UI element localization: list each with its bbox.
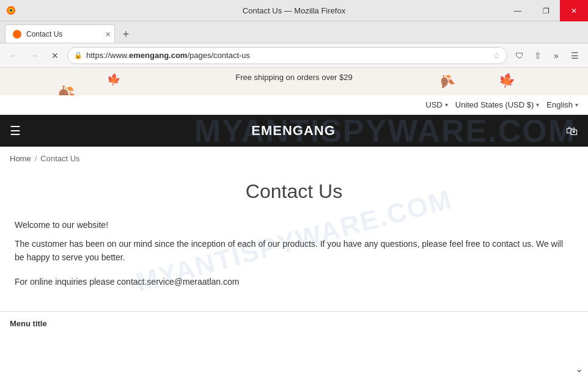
address-url: https://www.emengang.com/pages/contact-u… xyxy=(86,51,489,60)
active-tab[interactable]: Contact Us × xyxy=(5,24,115,43)
nav-right-icons: 🛡 ⇧ » ☰ xyxy=(511,47,583,64)
svg-point-2 xyxy=(10,9,12,12)
footer-menu-title: Menu title xyxy=(0,311,588,331)
banner-text: Free shipping on orders over $29 xyxy=(235,73,353,82)
close-button[interactable]: ✕ xyxy=(560,0,588,21)
main-navigation: ☰ EMENGANG 🛍 MYANTISPYWARE.COM xyxy=(0,115,588,147)
page-title: Contact Us xyxy=(15,180,573,203)
shield-icon[interactable]: 🛡 xyxy=(511,47,528,64)
region-selector[interactable]: United States (USD $) ▾ xyxy=(455,100,540,109)
titlebar-title: Contact Us — Mozilla Firefox xyxy=(243,6,345,15)
leaf-decoration-2: 🍁 xyxy=(106,71,121,87)
leaf-decoration-4: 🍁 xyxy=(496,71,516,90)
currency-selector[interactable]: USD ▾ xyxy=(425,100,447,109)
browser-navbar: ← → ✕ 🔒 https://www.emengang.com/pages/c… xyxy=(0,43,588,68)
leaf-decoration-3: 🍂 xyxy=(436,71,457,91)
address-bar[interactable]: 🔒 https://www.emengang.com/pages/contact… xyxy=(67,47,507,64)
language-selector[interactable]: English ▾ xyxy=(546,100,578,109)
reload-button[interactable]: ✕ xyxy=(46,47,64,64)
browser-tabbar: Contact Us × + ⌄ xyxy=(0,21,588,43)
minimize-button[interactable]: — xyxy=(504,0,532,21)
currency-label: USD xyxy=(425,100,442,109)
welcome-text: Welcome to our website! xyxy=(15,220,573,230)
forward-button[interactable]: → xyxy=(26,47,43,64)
region-dropdown-icon: ▾ xyxy=(536,101,539,108)
page-content: MYANTISPYWARE.COM Contact Us Welcome to … xyxy=(0,170,588,311)
leaf-decoration-1: 🍂 xyxy=(52,82,79,95)
menu-icon[interactable]: ☰ xyxy=(566,47,583,64)
promo-banner: 🍂 🍁 🍂 🍁 Free shipping on orders over $29 xyxy=(0,68,588,95)
language-dropdown-icon: ▾ xyxy=(575,101,578,108)
address-domain: emengang.com xyxy=(129,51,187,60)
restore-button[interactable]: ❐ xyxy=(532,0,560,21)
region-label: United States (USD $) xyxy=(455,100,534,109)
language-label: English xyxy=(546,100,573,109)
brand-logo[interactable]: EMENGANG xyxy=(251,123,336,139)
tab-close-icon[interactable]: × xyxy=(106,29,111,39)
currency-dropdown-icon: ▾ xyxy=(445,101,448,108)
breadcrumb-separator: / xyxy=(35,154,37,163)
new-tab-button[interactable]: + xyxy=(117,26,134,43)
header-utils-bar: USD ▾ United States (USD $) ▾ English ▾ xyxy=(0,95,588,115)
security-icon: 🔒 xyxy=(74,51,83,59)
breadcrumb-current: Contact Us xyxy=(40,154,79,163)
email-line: For online inquiries please contact.serv… xyxy=(15,277,573,287)
window-controls: — ❐ ✕ xyxy=(504,0,588,21)
tab-label: Contact Us xyxy=(26,30,62,38)
description-text: The customer has been on our mind since … xyxy=(15,237,573,265)
tab-favicon xyxy=(13,30,21,38)
breadcrumb: Home / Contact Us xyxy=(0,147,588,170)
extensions-icon[interactable]: » xyxy=(548,47,565,64)
firefox-icon xyxy=(6,5,16,15)
share-icon[interactable]: ⇧ xyxy=(529,47,546,64)
breadcrumb-home-link[interactable]: Home xyxy=(10,154,31,163)
tab-dropdown-button[interactable]: ⌄ xyxy=(575,363,583,375)
cart-icon[interactable]: 🛍 xyxy=(566,124,578,138)
browser-titlebar: Contact Us — Mozilla Firefox — ❐ ✕ xyxy=(0,0,588,21)
hamburger-icon[interactable]: ☰ xyxy=(10,123,21,138)
back-button[interactable]: ← xyxy=(5,47,22,64)
bookmark-star-icon[interactable]: ☆ xyxy=(493,51,501,60)
website-content: 🍂 🍁 🍂 🍁 Free shipping on orders over $29… xyxy=(0,68,588,377)
